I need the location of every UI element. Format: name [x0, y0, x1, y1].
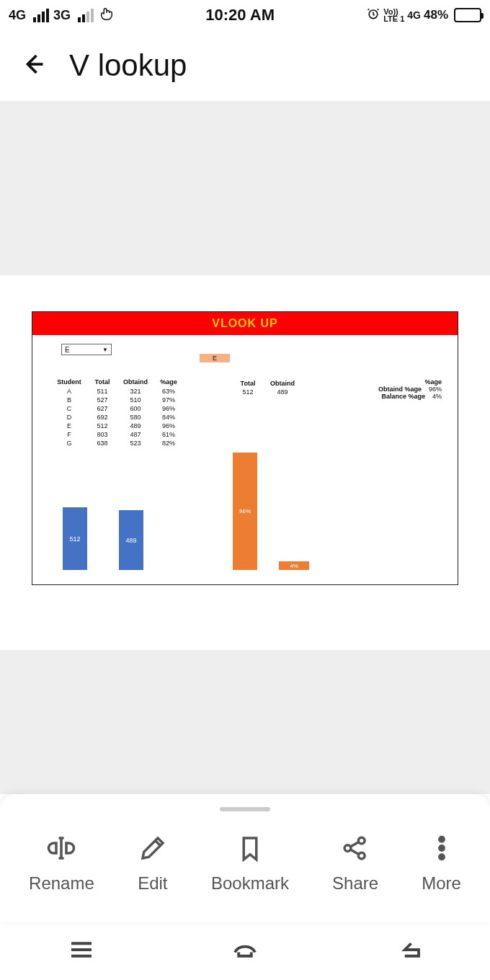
svg-point-5	[439, 846, 443, 850]
share-button[interactable]: Share	[332, 833, 378, 894]
battery-icon	[454, 8, 481, 22]
more-icon	[427, 833, 457, 863]
status-time: 10:20 AM	[114, 6, 366, 24]
spacer-bottom	[0, 650, 490, 794]
volte-bottom: LTE 1	[383, 15, 404, 22]
recent-apps-button[interactable]	[66, 935, 97, 968]
back-nav-button[interactable]	[393, 935, 424, 968]
action-label: Share	[332, 873, 378, 894]
action-label: Edit	[138, 873, 167, 894]
student-dropdown[interactable]: E ▼	[61, 344, 112, 355]
signal-2-icon	[78, 9, 94, 22]
volte-indicator: Vo)) LTE 1	[383, 8, 404, 22]
touch-icon	[98, 6, 114, 25]
back-button[interactable]	[20, 51, 46, 80]
pencil-icon	[138, 833, 168, 863]
document-content: VLOOK UP E ▼ E Student Total Obtain	[32, 311, 458, 585]
dropdown-value: E	[65, 346, 70, 354]
page-title: V lookup	[69, 48, 187, 83]
signal-1-icon	[33, 9, 49, 22]
status-right: Vo)) LTE 1 4G 48%	[366, 6, 481, 24]
chart-bar: 489	[119, 510, 143, 570]
status-bar: 4G 3G 10:20 AM Vo)) LTE 1 4G 48%	[0, 0, 490, 30]
table-row: A51132163%	[53, 387, 185, 396]
table-row: C62760096%	[53, 404, 185, 413]
col-student: Student	[53, 378, 86, 387]
action-label: Bookmark	[211, 873, 289, 894]
document-preview[interactable]: VLOOK UP E ▼ E Student Total Obtain	[0, 275, 490, 650]
more-button[interactable]: More	[422, 833, 461, 894]
chart-bar: 512	[63, 507, 87, 570]
percentage-bar-chart: 96% 4%	[233, 447, 348, 570]
network-2-label: 3G	[53, 8, 71, 23]
action-label: Rename	[29, 873, 94, 894]
pct-row: Obtaind %age96%	[378, 386, 442, 393]
network-3-label: 4G	[407, 9, 421, 21]
alarm-icon	[366, 6, 380, 24]
chevron-down-icon: ▼	[102, 347, 108, 353]
sheet-handle[interactable]	[220, 807, 270, 811]
pct-header: %age	[378, 378, 442, 386]
chart-bar: 96%	[233, 453, 257, 570]
col-total: Total	[86, 378, 119, 387]
lookup-col-obtained: Obtaind	[266, 380, 299, 387]
chart-bar: 4%	[279, 561, 309, 570]
table-row: F80348761%	[53, 430, 185, 439]
selected-student-chip: E	[200, 354, 230, 362]
percentage-block: %age Obtaind %age96% Balance %age4%	[378, 378, 442, 400]
network-1-label: 4G	[9, 8, 26, 23]
student-table: Student Total Obtaind %age A51132163% B5…	[53, 378, 185, 447]
table-header-row: Student Total Obtaind %age	[53, 378, 185, 387]
table-row: G63852382%	[53, 439, 185, 447]
table-row: E51248996%	[53, 422, 185, 430]
system-nav-bar	[0, 922, 490, 980]
bookmark-icon	[235, 833, 265, 863]
table-row: B52751097%	[53, 396, 185, 404]
action-label: More	[422, 873, 461, 894]
pct-row: Balance %age4%	[378, 393, 442, 400]
svg-point-6	[439, 855, 443, 859]
lookup-table: TotalObtaind 512489	[230, 378, 300, 397]
table-row: 512489	[231, 388, 299, 396]
col-pct: %age	[152, 378, 185, 387]
rename-button[interactable]: Rename	[29, 833, 94, 894]
doc-title: VLOOK UP	[32, 312, 458, 335]
battery-percent: 48%	[424, 8, 448, 22]
title-bar: V lookup	[0, 30, 490, 102]
home-button[interactable]	[230, 935, 260, 968]
table-row: D69258084%	[53, 413, 185, 422]
totals-bar-chart: 512 489	[58, 447, 188, 570]
svg-point-4	[439, 837, 443, 842]
bookmark-button[interactable]: Bookmark	[211, 833, 289, 894]
share-icon	[340, 833, 370, 863]
lookup-col-total: Total	[231, 380, 264, 387]
action-sheet: Rename Edit Bookmark Share More	[0, 794, 490, 922]
status-left: 4G 3G	[9, 6, 114, 25]
edit-button[interactable]: Edit	[138, 833, 168, 894]
spacer-top	[0, 102, 490, 275]
rename-icon	[46, 833, 76, 863]
col-obtained: Obtaind	[119, 378, 152, 387]
